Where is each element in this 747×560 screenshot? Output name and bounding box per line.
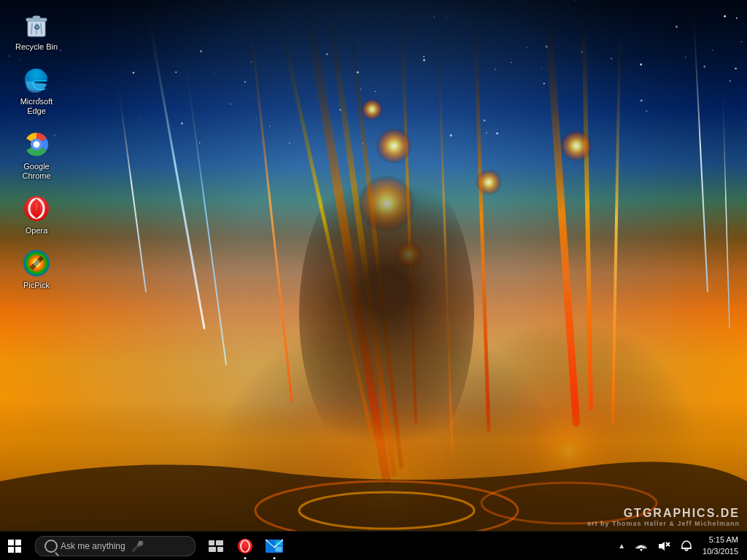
svg-rect-5 — [33, 16, 40, 19]
taskbar: Ask me anything 🎤 — [0, 531, 747, 560]
start-button[interactable] — [0, 532, 29, 561]
recycle-bin-label: Recycle Bin — [15, 42, 58, 52]
svg-rect-19 — [217, 547, 223, 552]
notification-icon[interactable] — [678, 539, 695, 553]
svg-point-22 — [243, 540, 247, 552]
watermark: GTGRAPHICS.DE art by Thomas Haller & Jef… — [587, 507, 740, 527]
desktop-icon-opera[interactable]: Opera — [7, 191, 66, 238]
clock-date: 10/3/2015 — [703, 546, 738, 557]
search-bar[interactable]: Ask me anything 🎤 — [35, 536, 196, 556]
svg-line-3 — [41, 23, 42, 34]
svg-point-12 — [33, 199, 40, 218]
opera-icon — [22, 194, 51, 223]
clock[interactable]: 5:15 AM 10/3/2015 — [700, 533, 741, 559]
desktop-icons: ♻ Recycle Bin — [0, 0, 73, 308]
svg-line-1 — [31, 23, 32, 34]
system-tray: ▲ — [615, 533, 747, 559]
microphone-icon[interactable]: 🎤 — [131, 540, 144, 552]
svg-point-27 — [640, 548, 643, 551]
taskbar-mail-icon[interactable] — [260, 532, 289, 561]
svg-point-15 — [33, 260, 40, 267]
volume-icon[interactable] — [654, 540, 673, 553]
task-view-button[interactable] — [201, 532, 231, 561]
edge-icon — [22, 65, 51, 94]
svg-rect-18 — [209, 547, 216, 552]
clock-time: 5:15 AM — [709, 534, 738, 545]
search-icon — [44, 540, 58, 553]
picpick-label: PicPick — [23, 281, 50, 290]
desktop-icon-microsoft-edge[interactable]: Microsoft Edge — [7, 62, 66, 119]
network-icon[interactable] — [632, 540, 650, 553]
opera-active-indicator — [244, 557, 247, 559]
recycle-bin-icon: ♻ — [22, 10, 51, 39]
svg-point-9 — [34, 141, 40, 147]
tray-overflow-button[interactable]: ▲ — [615, 540, 628, 551]
desktop-icon-picpick[interactable]: PicPick — [7, 246, 66, 293]
svg-rect-26 — [276, 546, 282, 551]
svg-rect-17 — [216, 540, 223, 545]
mail-active-indicator — [274, 557, 276, 559]
opera-label: Opera — [26, 226, 48, 236]
desktop-icon-recycle-bin[interactable]: ♻ Recycle Bin — [7, 7, 66, 55]
watermark-credit: art by Thomas Haller & Jeff Michelmann — [587, 520, 740, 527]
edge-label: Microsoft Edge — [10, 97, 63, 116]
svg-rect-16 — [209, 540, 214, 545]
search-placeholder: Ask me anything — [61, 541, 125, 551]
svg-text:♻: ♻ — [34, 23, 40, 31]
watermark-brand: GTGRAPHICS.DE — [587, 507, 740, 520]
wallpaper — [0, 0, 747, 531]
windows-logo-icon — [8, 540, 21, 553]
picpick-icon — [22, 249, 51, 278]
taskbar-opera-icon[interactable] — [231, 532, 260, 561]
desktop: GTGRAPHICS.DE art by Thomas Haller & Jef… — [0, 0, 747, 560]
chrome-label: Google Chrome — [10, 162, 63, 181]
chrome-icon — [22, 130, 51, 159]
desktop-icon-google-chrome[interactable]: Google Chrome — [7, 127, 66, 184]
